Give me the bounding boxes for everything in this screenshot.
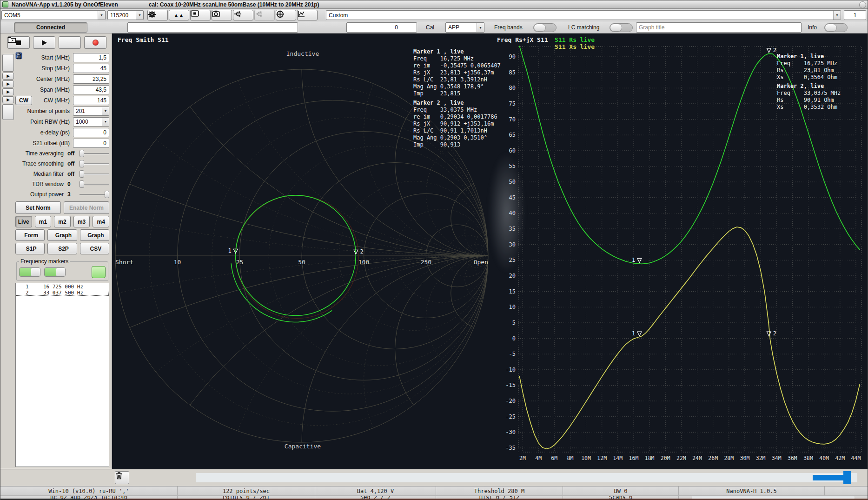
command-input[interactable] xyxy=(127,22,298,33)
preset-arrow-button[interactable]: ▶ xyxy=(2,80,14,87)
save-button-form[interactable]: Form xyxy=(15,229,45,241)
slider-control[interactable] xyxy=(80,190,109,199)
freq-bands-toggle[interactable] xyxy=(533,23,557,32)
save-button-graph[interactable]: Graph xyxy=(47,229,77,241)
cw-button[interactable]: CW xyxy=(15,96,32,105)
screen-count-field[interactable]: 1 xyxy=(844,10,866,20)
svg-text:2: 2 xyxy=(773,330,776,337)
marker-list-item[interactable]: 233 037 500 Hz xyxy=(16,290,109,296)
marker-2-toggle[interactable] xyxy=(44,267,66,277)
save-button-label: Graph xyxy=(55,232,72,239)
save-button-graph[interactable]: Graph xyxy=(80,229,109,241)
field-input[interactable]: 145 xyxy=(73,96,109,105)
frequency-marker-list[interactable]: 116 725 000 Hz233 037 500 Hz xyxy=(15,283,109,467)
field-input[interactable]: 45 xyxy=(73,64,109,73)
combo-value: 201 xyxy=(73,108,102,114)
window-control-button[interactable] xyxy=(859,1,866,8)
raise-priority-button[interactable]: ▲▲ xyxy=(169,10,189,20)
usb-connect-button[interactable] xyxy=(233,10,253,20)
slider-control[interactable] xyxy=(80,160,109,168)
start-sweep-button[interactable] xyxy=(33,36,55,49)
marker-block-line: Freq 16,725 MHz xyxy=(777,60,841,67)
preset-arrow-button[interactable]: ▶ xyxy=(2,73,14,80)
marker-list-item[interactable]: 116 725 000 Hz xyxy=(16,284,109,290)
field-input[interactable]: 0 xyxy=(73,139,109,148)
marker-block-line: Rs 23,81 Ohm xyxy=(777,67,841,74)
delete-markers-button[interactable] xyxy=(92,266,106,278)
chevron-down-icon: ▼ xyxy=(102,107,109,115)
slider-row: Median filteroff xyxy=(15,169,109,179)
graph-title-input[interactable]: Graph title xyxy=(636,22,802,33)
svg-text:32M: 32M xyxy=(756,455,766,461)
frequency-markers-title: Frequency markers xyxy=(19,258,70,265)
norm-button-set-norm[interactable]: Set Norm xyxy=(15,201,61,214)
svg-text:38M: 38M xyxy=(803,455,813,461)
preset-blank-button[interactable] xyxy=(2,54,14,72)
memory-trace-buttons: Livem1m2m3m4 xyxy=(15,216,109,227)
svg-text:25: 25 xyxy=(509,257,516,263)
info-label: Info xyxy=(808,24,817,31)
preset-blank-button[interactable] xyxy=(2,104,14,120)
record-button[interactable] xyxy=(84,36,106,49)
marker-block-title: Marker 2 , live xyxy=(413,100,501,107)
screenshot-button[interactable] xyxy=(212,10,232,20)
scrollbar-handle[interactable] xyxy=(843,471,851,484)
preset-arrow-button[interactable]: ▶ xyxy=(2,96,14,103)
baud-rate-select[interactable]: 115200 ▼ xyxy=(107,10,144,20)
field-combo[interactable]: 1000▼ xyxy=(73,117,109,127)
field-input[interactable]: 43,5 xyxy=(73,85,109,94)
history-scrollbar[interactable] xyxy=(196,473,857,482)
memory-button-m4[interactable]: m4 xyxy=(93,216,109,227)
info-toggle[interactable] xyxy=(824,23,848,32)
slider-control[interactable] xyxy=(80,170,109,178)
marker-1-toggle[interactable] xyxy=(19,267,40,277)
load-file-button[interactable] xyxy=(59,36,81,49)
preset-arrow-button[interactable]: ▶ xyxy=(2,88,14,95)
field-input[interactable]: 23,25 xyxy=(73,74,109,84)
settings-button[interactable] xyxy=(147,10,168,20)
svg-text:80: 80 xyxy=(509,85,516,91)
connected-button[interactable]: Connected xyxy=(14,22,87,33)
slider-label: Output power xyxy=(15,191,67,198)
cal-mode-select[interactable]: APP ▼ xyxy=(445,22,484,33)
right-arrow-icon: ▶ xyxy=(7,82,9,86)
calibration-button[interactable] xyxy=(276,10,296,20)
memory-button-m3[interactable]: m3 xyxy=(73,216,90,227)
memory-button-live[interactable]: Live xyxy=(15,216,32,227)
svg-text:24M: 24M xyxy=(692,455,702,461)
save-button-s1p[interactable]: S1P xyxy=(15,243,45,254)
slider-thumb[interactable] xyxy=(80,180,84,188)
field-label: e-delay (ps) xyxy=(15,129,73,136)
legend-item: S11 Xs live xyxy=(555,43,595,50)
slider-control[interactable] xyxy=(80,149,109,158)
slider-thumb[interactable] xyxy=(80,150,84,157)
scrollbar-thumb[interactable] xyxy=(813,475,844,480)
save-button-csv[interactable]: CSV xyxy=(80,243,109,254)
graph-markers[interactable]: 1122 xyxy=(632,47,776,337)
save-button-s2p[interactable]: S2P xyxy=(47,243,77,254)
field-input[interactable]: 0 xyxy=(73,128,109,137)
marker-block-line: Rs L/C 90,91 1,7013nH xyxy=(413,127,501,134)
com-port-select[interactable]: COM5 ▼ xyxy=(1,10,106,20)
memory-button-m1[interactable]: m1 xyxy=(35,216,52,227)
field-input[interactable]: 1,5 xyxy=(73,53,109,62)
smith-markers[interactable]: 12 xyxy=(228,247,364,255)
folder-icon xyxy=(7,36,16,43)
field-label: Center (MHz) xyxy=(15,76,73,82)
screen-capture-button[interactable] xyxy=(190,10,211,20)
clear-history-button[interactable] xyxy=(115,471,129,484)
lc-matching-toggle[interactable] xyxy=(610,23,633,32)
slider-thumb[interactable] xyxy=(80,160,84,167)
memory-button-m2[interactable]: m2 xyxy=(54,216,71,227)
field-combo[interactable]: 201▼ xyxy=(73,107,109,116)
tdr-mode-button[interactable] xyxy=(297,10,318,20)
slider-thumb[interactable] xyxy=(105,191,109,198)
cal-value-field[interactable]: 0 xyxy=(346,22,417,33)
slider-thumb[interactable] xyxy=(80,170,84,178)
slider-control[interactable] xyxy=(80,180,109,188)
profile-select[interactable]: Custom ▼ xyxy=(326,10,841,20)
marker-block-line: Freq 33,0375 MHz xyxy=(413,107,501,113)
field-row: CWCW (MHz)145 xyxy=(15,95,109,106)
svg-text:35: 35 xyxy=(509,226,516,232)
svg-text:25: 25 xyxy=(236,259,244,266)
